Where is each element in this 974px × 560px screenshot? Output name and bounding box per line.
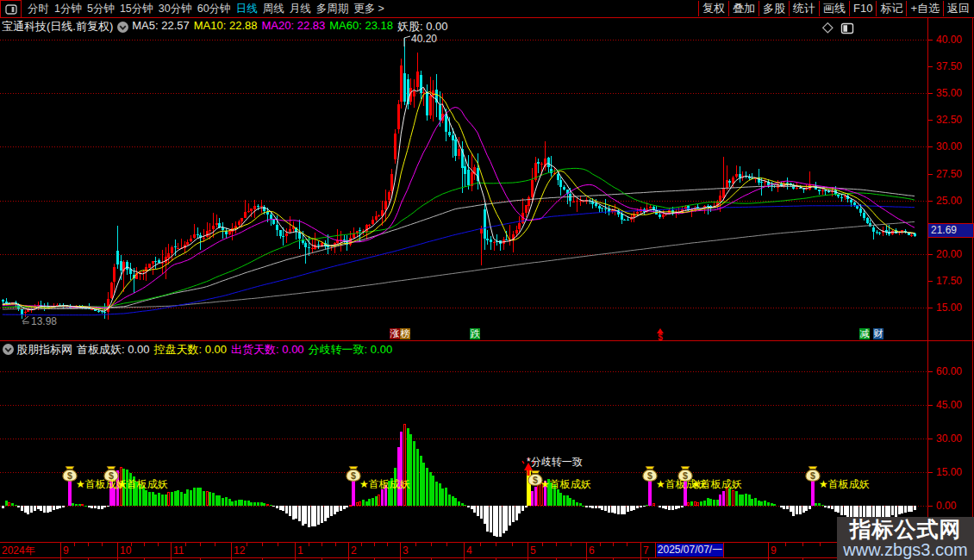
period-tab-1分钟[interactable]: 1分钟 (52, 0, 84, 17)
collapse-chevron-icon[interactable] (2, 343, 15, 356)
indicator-bar (193, 488, 196, 506)
tool-button-+自选[interactable]: +自选 (906, 1, 943, 16)
maximize-pane-icon[interactable] (842, 24, 853, 34)
top-menubar: 分时1分钟5分钟15分钟30分钟60分钟日线周线月线多周期更多 > 复权叠加多股… (0, 0, 974, 18)
tool-button-标记[interactable]: 标记 (876, 1, 906, 16)
tool-button-叠加[interactable]: 叠加 (728, 1, 759, 16)
indicator-bar (15, 505, 17, 506)
indicator-bar (636, 506, 639, 508)
indicator-bar (824, 506, 827, 507)
indicator-bar (184, 494, 186, 506)
tool-button-多股[interactable]: 多股 (759, 1, 789, 16)
stock-title[interactable]: 宝通科技(日线.前复权) (2, 19, 113, 34)
indicator-bar (809, 506, 811, 509)
candle-body (2, 300, 4, 302)
indicator-bar (171, 492, 173, 506)
period-tab-分时[interactable]: 分时 (25, 0, 52, 17)
candle-body (486, 239, 489, 240)
month-label: 5 (530, 544, 536, 557)
indicator-bar (458, 501, 460, 506)
tool-button-复权[interactable]: 复权 (698, 1, 728, 16)
indicator-bar (253, 502, 256, 506)
indicator-bar (831, 506, 834, 509)
period-tab-更多 >[interactable]: 更多 > (351, 0, 387, 17)
candle-body (719, 196, 721, 202)
indicator-bar (799, 506, 802, 514)
period-tab-周线[interactable]: 周线 (260, 0, 287, 17)
indicator-bar (722, 491, 725, 506)
tool-button-统计[interactable]: 统计 (789, 1, 819, 16)
indicator-bar (107, 506, 109, 507)
indicator-bar (499, 506, 502, 537)
svg-text:$: $ (647, 470, 652, 481)
period-tab-多周期[interactable]: 多周期 (314, 0, 352, 17)
event-tag-跌: 跌 (470, 328, 480, 339)
candle-body (113, 267, 116, 282)
candle-body (910, 235, 913, 236)
indicator-bar (218, 495, 221, 506)
indicator-bar (334, 506, 336, 514)
indicator-bar (662, 506, 665, 508)
indicator-bar (72, 503, 74, 506)
candle-body (557, 174, 559, 181)
indicator-bar (477, 506, 479, 516)
indicator-bar (250, 502, 253, 506)
indicator-bar (311, 506, 314, 526)
period-tab-日线[interactable]: 日线 (234, 0, 260, 17)
candle-body (193, 234, 196, 239)
indicator-bar (62, 506, 65, 507)
candle-body (853, 202, 856, 205)
month-label: 3 (403, 544, 409, 557)
candle-body (388, 192, 390, 201)
period-tab-5分钟[interactable]: 5分钟 (84, 0, 117, 17)
watermark-url: www.zbgs3.com (837, 541, 974, 559)
money-bag-icon: $ (806, 466, 820, 481)
period-tab-30分钟[interactable]: 30分钟 (156, 0, 195, 17)
period-tab-60分钟[interactable]: 60分钟 (195, 0, 234, 17)
layout-toggle-button[interactable] (0, 0, 22, 18)
indicator-bar (244, 501, 247, 506)
indicator-bar (429, 472, 432, 506)
tool-button-画线[interactable]: 画线 (819, 1, 849, 16)
collapse-chevron-icon[interactable] (116, 21, 129, 34)
peak-pointer (404, 36, 410, 47)
period-tab-月线[interactable]: 月线 (287, 0, 314, 17)
candle-body (601, 208, 603, 208)
indicator-bar (713, 500, 715, 506)
indicator-bar (238, 500, 240, 506)
candle-body (872, 227, 875, 231)
indicator-bar (792, 506, 795, 516)
candle-body (739, 174, 741, 177)
indicator-bar (177, 490, 179, 506)
indicator-source[interactable]: 股朋指标网 (16, 342, 72, 358)
tool-button-F10[interactable]: F10 (849, 1, 876, 16)
diamond-icon[interactable] (823, 23, 833, 33)
indicator-bar (432, 476, 434, 506)
indicator-bar (282, 506, 284, 511)
period-tab-15分钟[interactable]: 15分钟 (117, 0, 156, 17)
signal-label: ★首板成妖 (819, 479, 870, 489)
indicator-bar (357, 502, 359, 505)
indicator-bar (113, 488, 116, 506)
indicator-bar (247, 501, 250, 506)
month-label: 12 (234, 544, 245, 557)
candle-body (97, 311, 100, 312)
indicator-bar (910, 506, 913, 512)
candle-body (662, 215, 665, 218)
candle-body (317, 245, 320, 246)
candle-body (282, 236, 284, 237)
low-price-text: ←13.98 (21, 315, 57, 327)
indicator-bar (837, 506, 840, 513)
tool-button-返回[interactable]: 返回 (943, 1, 973, 16)
candle-body (827, 191, 830, 192)
legend-MA20: MA20: 22.83 (262, 19, 326, 34)
candle-body (420, 75, 422, 93)
indicator-bar (267, 505, 269, 506)
indicator-bar (653, 504, 655, 506)
candle-body (368, 225, 371, 226)
candle-body (659, 215, 661, 217)
candle-body (327, 246, 329, 246)
indicator-bar (559, 493, 562, 506)
indicator-bar (94, 506, 97, 508)
indicator-bar (484, 506, 486, 524)
